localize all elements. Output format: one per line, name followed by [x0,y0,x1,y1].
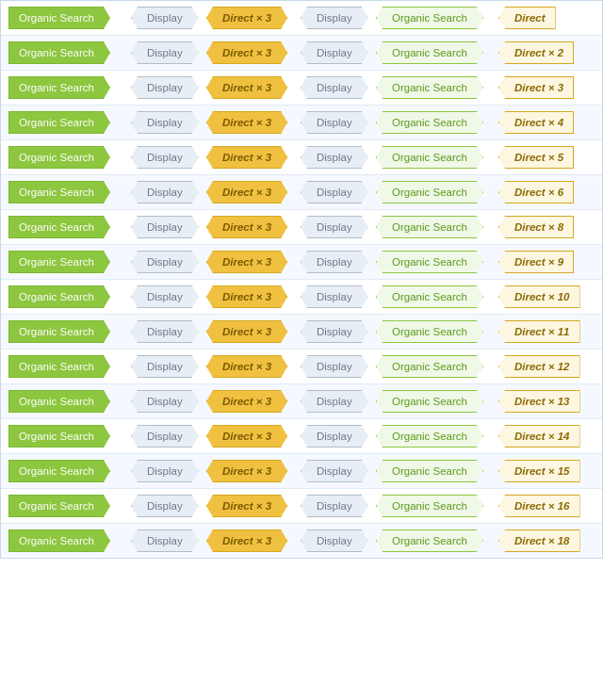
organic-search-tag-2[interactable]: Organic Search [376,495,483,517]
direct-x3-tag[interactable]: Direct × 3 [206,285,287,308]
display-tag-2[interactable]: Display [301,76,368,99]
display-tag[interactable]: Display [131,251,199,273]
organic-search-tag-2[interactable]: Organic Search [376,41,483,64]
direct-x3-tag[interactable]: Direct × 3 [206,251,287,273]
organic-search-tag[interactable]: Organic Search [8,146,110,169]
organic-search-tag-2[interactable]: Organic Search [376,76,483,99]
organic-search-tag[interactable]: Organic Search [8,425,110,448]
organic-search-tag-2[interactable]: Organic Search [376,460,483,482]
direct-x9-tag[interactable]: Direct × 9 [498,251,574,273]
direct-x14-tag[interactable]: Direct × 14 [498,425,580,448]
direct-x16-tag[interactable]: Direct × 16 [498,495,580,517]
display-tag-2[interactable]: Display [301,146,368,169]
direct-x8-tag[interactable]: Direct × 8 [498,216,574,238]
direct-tag[interactable]: Direct [498,7,556,29]
direct-x6-tag[interactable]: Direct × 6 [498,181,574,203]
display-tag[interactable]: Display [131,425,199,448]
organic-search-tag-2[interactable]: Organic Search [376,146,483,169]
direct-x10-tag[interactable]: Direct × 10 [498,285,580,308]
display-tag[interactable]: Display [131,320,199,343]
organic-search-tag[interactable]: Organic Search [8,390,110,413]
table-row: Organic Search Display Direct × 3 Displa… [1,1,602,36]
display-tag[interactable]: Display [131,355,199,378]
display-tag-2[interactable]: Display [301,7,368,29]
direct-x3-tag[interactable]: Direct × 3 [206,7,287,29]
organic-search-tag-2[interactable]: Organic Search [376,425,483,448]
organic-search-tag-2[interactable]: Organic Search [376,529,483,552]
organic-search-tag[interactable]: Organic Search [8,7,110,29]
organic-search-tag-2[interactable]: Organic Search [376,285,483,308]
direct-x3-tag[interactable]: Direct × 3 [206,390,287,413]
organic-search-tag[interactable]: Organic Search [8,111,110,134]
organic-search-tag[interactable]: Organic Search [8,529,110,552]
display-tag-2[interactable]: Display [301,460,368,482]
direct-x3-tag[interactable]: Direct × 3 [206,529,287,552]
direct-x15-tag[interactable]: Direct × 15 [498,460,580,482]
display-tag-2[interactable]: Display [301,320,368,343]
direct-x11-tag[interactable]: Direct × 11 [498,320,580,343]
organic-search-tag[interactable]: Organic Search [8,460,110,482]
direct-x2-tag[interactable]: Direct × 2 [498,41,574,64]
display-tag-2[interactable]: Display [301,495,368,517]
display-tag-2[interactable]: Display [301,216,368,238]
table-row: Organic Search Display Direct × 3 Displa… [1,384,602,419]
direct-x5-tag[interactable]: Direct × 5 [498,146,574,169]
display-tag-2[interactable]: Display [301,285,368,308]
direct-x4-tag[interactable]: Direct × 4 [498,111,574,134]
organic-search-tag-2[interactable]: Organic Search [376,390,483,413]
direct-x3-tag[interactable]: Direct × 3 [206,355,287,378]
direct-x3-tag[interactable]: Direct × 3 [206,460,287,482]
direct-x12-tag[interactable]: Direct × 12 [498,355,580,378]
direct-x3-tag[interactable]: Direct × 3 [206,425,287,448]
organic-search-tag[interactable]: Organic Search [8,181,110,203]
organic-search-tag[interactable]: Organic Search [8,285,110,308]
direct-x3-tag[interactable]: Direct × 3 [206,41,287,64]
display-tag[interactable]: Display [131,7,199,29]
table-row: Organic Search Display Direct × 3 Displa… [1,489,602,524]
display-tag[interactable]: Display [131,181,199,203]
display-tag[interactable]: Display [131,41,199,64]
organic-search-tag[interactable]: Organic Search [8,76,110,99]
display-tag-2[interactable]: Display [301,425,368,448]
display-tag-2[interactable]: Display [301,390,368,413]
display-tag[interactable]: Display [131,285,199,308]
organic-search-tag-2[interactable]: Organic Search [376,355,483,378]
display-tag[interactable]: Display [131,111,199,134]
organic-search-tag[interactable]: Organic Search [8,216,110,238]
direct-x18-tag[interactable]: Direct × 18 [498,529,580,552]
display-tag-2[interactable]: Display [301,529,368,552]
organic-search-tag[interactable]: Organic Search [8,251,110,273]
organic-search-tag-2[interactable]: Organic Search [376,181,483,203]
direct-x3-tag[interactable]: Direct × 3 [206,216,287,238]
direct-x13-tag[interactable]: Direct × 13 [498,390,580,413]
direct-x3-tag[interactable]: Direct × 3 [206,320,287,343]
display-tag[interactable]: Display [131,529,199,552]
direct-x3-tag[interactable]: Direct × 3 [206,111,287,134]
organic-search-tag-2[interactable]: Organic Search [376,216,483,238]
display-tag-2[interactable]: Display [301,41,368,64]
display-tag[interactable]: Display [131,460,199,482]
organic-search-tag-2[interactable]: Organic Search [376,7,483,29]
organic-search-tag[interactable]: Organic Search [8,355,110,378]
display-tag-2[interactable]: Display [301,181,368,203]
display-tag[interactable]: Display [131,76,199,99]
organic-search-tag-2[interactable]: Organic Search [376,251,483,273]
direct-x3-tag[interactable]: Direct × 3 [206,181,287,203]
display-tag-2[interactable]: Display [301,355,368,378]
display-tag-2[interactable]: Display [301,251,368,273]
direct-x3-tag[interactable]: Direct × 3 [206,76,287,99]
direct-x3-right-tag[interactable]: Direct × 3 [498,76,574,99]
organic-search-tag[interactable]: Organic Search [8,41,110,64]
organic-search-tag[interactable]: Organic Search [8,320,110,343]
organic-search-tag[interactable]: Organic Search [8,495,110,517]
organic-search-tag-2[interactable]: Organic Search [376,111,483,134]
display-tag-2[interactable]: Display [301,111,368,134]
display-tag[interactable]: Display [131,216,199,238]
direct-x3-tag[interactable]: Direct × 3 [206,146,287,169]
display-tag[interactable]: Display [131,495,199,517]
tags-table: Organic Search Display Direct × 3 Displa… [0,0,603,559]
organic-search-tag-2[interactable]: Organic Search [376,320,483,343]
display-tag[interactable]: Display [131,146,199,169]
display-tag[interactable]: Display [131,390,199,413]
direct-x3-tag[interactable]: Direct × 3 [206,495,287,517]
